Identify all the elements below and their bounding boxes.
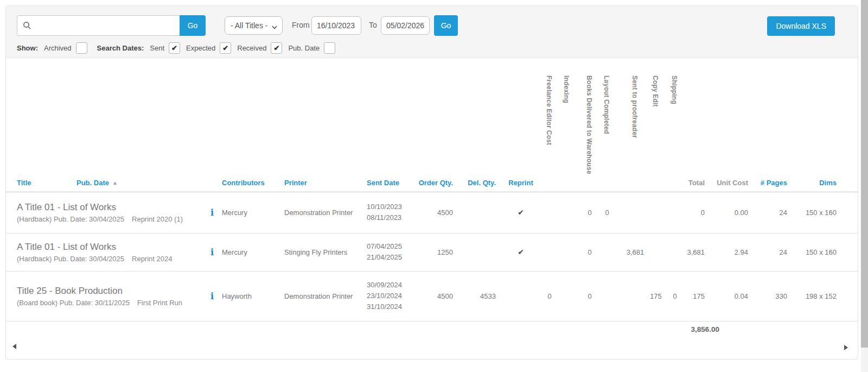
row-title: Title 25 - Book Production [17,286,212,297]
reprint-check-cell: ✔ [494,248,548,256]
row-subtitle: (Hardback) Pub. Date: 30/04/2025Reprint … [17,255,212,263]
unit-cost-cell: 0.04 [735,292,748,300]
info-icon[interactable]: i [210,291,214,301]
pub-date-filter-label: Pub. Date [288,44,320,52]
dims-cell: 150 x 160 [806,209,837,217]
archived-label: Archived [44,44,72,52]
unit-cost-cell: 0.00 [735,209,748,217]
unit-cost-cell: 2.94 [735,248,748,256]
search-input[interactable] [17,15,180,36]
search-go-button[interactable]: Go [180,15,206,36]
to-label: To [369,21,377,29]
column-header-dims[interactable]: Dims [819,179,837,187]
from-date-input[interactable] [311,16,361,35]
row-print-run: Reprint 2024 [132,255,172,263]
titles-select-value: - All Titles - [231,21,267,30]
received-checkbox[interactable]: ✔ [271,42,282,54]
expected-label: Expected [186,44,215,52]
search-icon [23,21,31,30]
column-header-sent-to-proofreader: Sent to proofreader [631,75,639,138]
download-xls-button[interactable]: Download XLS [767,16,835,36]
to-date-input[interactable] [381,16,430,35]
column-header-indexing: Indexing [563,75,570,103]
filter-bar: Go - All Titles - From To Go Download XL… [6,6,858,58]
row-format-pubdate: (Board book) Pub. Date: 30/11/2025 [17,299,130,307]
total-cell: 175 [693,292,705,300]
sent-dates-cell: 07/04/2025 21/04/2025 [367,241,402,263]
layout-completed-cell: 0 [595,209,619,217]
table-row: Title 25 - Book Production (Board book) … [6,271,858,321]
sent-checkbox[interactable]: ✔ [169,42,180,54]
production-panel: Go - All Titles - From To Go Download XL… [5,5,858,360]
row-title: A Title 01 - List of Works [17,242,212,253]
row-print-run: Reprint 2020 (1) [132,215,183,223]
received-label: Received [237,44,266,52]
table-row: A Title 01 - List of Works (Hardback) Pu… [6,233,858,272]
titles-select[interactable]: - All Titles - [225,16,283,35]
reprint-check-cell: ✔ [494,208,548,217]
sent-dates-cell: 10/10/2023 08/11/2023 [367,201,402,223]
column-header-title[interactable]: Title [17,179,31,187]
column-header-shipping: Shipping [671,75,678,104]
grand-total-value: 3,856.00 [691,325,719,333]
order-qty-cell: 1250 [437,248,453,256]
row-format-pubdate: (Hardback) Pub. Date: 30/04/2025 [17,215,124,223]
row-subtitle: (Hardback) Pub. Date: 30/04/2025Reprint … [17,215,212,223]
total-cell: 3,681 [687,248,705,256]
column-header-del-qty[interactable]: Del. Qty. [468,179,496,187]
pages-cell: 24 [780,248,787,256]
pub-date-checkbox[interactable] [324,42,335,54]
column-header-order-qty[interactable]: Order Qty. [419,179,453,187]
search-field-wrap [17,15,180,36]
contributors-cell: Mercury [222,209,247,217]
title-cell: A Title 01 - List of Works (Hardback) Pu… [17,242,212,263]
row-format-pubdate: (Hardback) Pub. Date: 30/04/2025 [17,255,124,263]
contributors-cell: Hayworth [222,292,252,300]
title-cell: A Title 01 - List of Works (Hardback) Pu… [17,202,212,223]
archived-checkbox[interactable] [76,42,87,54]
horizontal-scroll-strip [6,337,858,356]
column-header-sent-date[interactable]: Sent Date [367,179,399,187]
scrollbar-thumb[interactable] [861,0,868,348]
table-row: A Title 01 - List of Works (Hardback) Pu… [6,192,858,234]
row-title: A Title 01 - List of Works [17,202,212,213]
column-header-pages[interactable]: # Pages [761,179,787,187]
column-header-layout-completed: Layout Completed [603,75,610,134]
column-header-freelance-editor-cost: Freelance Editor Cost [545,75,553,145]
order-qty-cell: 4500 [437,209,453,217]
pages-cell: 24 [780,209,787,217]
row-print-run: First Print Run [137,299,182,307]
books-delivered-cell: 0 [578,248,602,256]
dims-cell: 198 x 152 [806,292,837,300]
filter-checkboxes-row: Show: Archived Search Dates: Sent ✔ Expe… [17,41,335,55]
totals-row: 3,856.00 [6,321,858,337]
row-subtitle: (Board book) Pub. Date: 30/11/2025First … [17,299,212,307]
info-icon[interactable]: i [210,207,214,218]
search-group: Go [17,15,206,36]
column-header-reprint[interactable]: Reprint [494,179,548,187]
column-header-books-delivered-to-warehouse: Books Delivered to Warehouse [585,75,593,174]
printer-cell: Stinging Fly Printers [284,248,347,256]
freelance-editor-cost-cell: 0 [538,292,561,300]
show-label: Show: [17,44,38,52]
del-qty-cell: 4533 [480,292,496,300]
order-qty-cell: 4500 [437,292,453,300]
table-header-row: Title Pub. Date▲ Contributors Printer Se… [6,177,858,192]
info-icon[interactable]: i [210,247,214,257]
column-header-printer[interactable]: Printer [284,179,307,187]
vertical-scrollbar[interactable] [861,0,868,372]
scroll-left-icon[interactable] [12,344,16,349]
scroll-right-icon[interactable] [844,345,848,350]
search-dates-label: Search Dates: [97,44,144,52]
printer-cell: Demonstration Printer [284,209,353,217]
date-go-button[interactable]: Go [434,15,458,36]
printer-cell: Demonstration Printer [284,292,353,300]
column-header-total: Total [688,179,705,187]
title-cell: Title 25 - Book Production (Board book) … [17,286,212,307]
column-header-contributors[interactable]: Contributors [222,179,265,187]
sort-ascending-icon: ▲ [112,180,118,186]
expected-checkbox[interactable]: ✔ [220,42,231,54]
contributors-cell: Mercury [222,248,247,256]
pub-date-header-label: Pub. Date [76,179,109,187]
column-header-pub-date[interactable]: Pub. Date▲ [76,179,118,187]
